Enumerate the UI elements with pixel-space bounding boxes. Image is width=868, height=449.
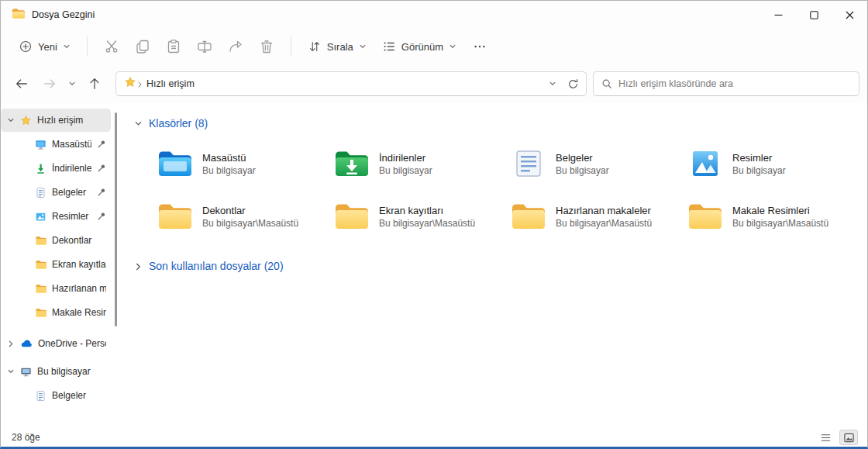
close-button[interactable] [832,1,867,29]
search-input[interactable] [618,78,851,89]
paste-button[interactable] [159,33,188,60]
more-button[interactable] [465,33,494,60]
up-button[interactable] [81,71,108,96]
folder-name: İndirilenler [379,152,432,164]
back-button[interactable] [9,71,35,96]
sidebar-item-label: Ekran kayıtları [52,259,106,270]
onedrive-icon [20,337,33,350]
chevron-down-icon [449,43,456,50]
sidebar-item-label: Resimler [52,211,91,222]
folder-tile-desktop[interactable]: Masaüstü Bu bilgisayar [156,143,332,184]
chevron-right-icon [134,262,143,271]
refresh-icon [567,78,579,90]
sort-icon [308,40,322,54]
sort-button[interactable]: Sırala [301,34,374,59]
quick-access-star-icon[interactable] [124,76,136,92]
sidebar-item-ekran-kayitlari[interactable]: Ekran kayıtları [1,253,111,276]
title-left: Dosya Gezgini [1,8,95,22]
view-toggles [816,430,858,445]
search-box[interactable] [593,71,859,96]
chevron-down-icon [68,80,76,88]
pictures-icon [35,211,46,223]
sidebar-item-desktop[interactable]: Masaüstü [1,133,111,156]
sidebar-item-documents[interactable]: Belgeler [1,181,111,204]
sidebar-item-hazirlanan-makaleler[interactable]: Hazırlanan makaleler [1,277,111,300]
folder-location: Bu bilgisayar [732,165,786,176]
folder-tile-dekontlar[interactable]: Dekontlar Bu bilgisayar\Masaüstü [156,196,332,237]
folder-icon [35,307,46,319]
folder-tile-pictures[interactable]: Resimler Bu bilgisayar [686,143,863,184]
chevron-down-icon [359,43,367,50]
share-button[interactable] [221,33,250,60]
folder-tile-hazirlanan-makaleler[interactable]: Hazırlanan makaleler Bu bilgisayar\Masaü… [509,196,686,237]
folder-tile-text: Makale Resimleri Bu bilgisayar\Masaüstü [732,205,828,229]
folder-icon [687,202,723,231]
address-dropdown-button[interactable] [542,74,563,94]
sidebar-scrollbar[interactable] [115,112,117,326]
sidebar-item-makale-resimleri[interactable]: Makale Resimleri [1,301,111,324]
copy-button[interactable] [128,33,157,60]
pin-icon [97,140,106,149]
details-view-button[interactable] [816,430,835,445]
maximize-button[interactable] [796,1,832,29]
view-icon [382,40,396,54]
folder-name: Ekran kayıtları [379,205,475,216]
toolbar: Yeni Sırala Görünüm [1,29,867,64]
view-button[interactable]: Görünüm [375,34,463,59]
sidebar-item-this-pc[interactable]: Bu bilgisayar [1,360,111,383]
back-icon [15,77,29,91]
folder-tile-downloads[interactable]: İndirilenler Bu bilgisayar [332,143,509,184]
recent-locations-button[interactable] [64,71,80,96]
copy-icon [135,39,150,54]
star-icon [20,115,32,126]
folder-tile-text: Resimler Bu bilgisayar [732,152,786,176]
sidebar-item-label: İndirilenler [52,163,91,174]
chevron-right-icon[interactable] [7,340,15,347]
address-bar[interactable]: Hızlı erişim [115,71,587,96]
sidebar-item-this-pc-documents[interactable]: Belgeler [1,384,111,407]
chevron-down-icon [63,43,71,50]
breadcrumb-chevron-icon[interactable] [136,81,143,88]
folders-section-header[interactable]: Klasörler (8) [133,114,209,133]
folder-icon [511,202,546,231]
this-pc-icon [20,366,32,378]
sidebar-item-onedrive[interactable]: OneDrive - Personal [1,332,111,355]
new-button[interactable]: Yeni [12,34,78,59]
folder-tile-ekran-kayitlari[interactable]: Ekran kayıtları Bu bilgisayar\Masaüstü [332,196,509,237]
refresh-button[interactable] [563,74,583,94]
folder-tile-text: Masaüstü Bu bilgisayar [202,152,256,176]
chevron-down-icon[interactable] [7,368,15,375]
folder-tile-makale-resimleri[interactable]: Makale Resimleri Bu bilgisayar\Masaüstü [686,196,863,237]
section-title: Son kullanılan dosyalar (20) [149,260,284,272]
desktop-icon [35,139,46,150]
thumbnails-view-button[interactable] [839,430,858,445]
thumbnails-view-icon [843,432,855,444]
sidebar-item-quick-access[interactable]: Hızlı erişim [1,109,111,132]
folder-tile-documents[interactable]: Belgeler Bu bilgisayar [509,143,686,184]
navigation-bar: Hızlı erişim [1,64,867,103]
paste-icon [166,39,181,54]
documents-icon [35,390,46,402]
sort-button-label: Sırala [327,41,353,53]
window-body: Hızlı erişim Masaüstü İndirilenler Belge… [1,103,867,428]
chevron-down-icon[interactable] [7,116,15,124]
recent-files-section-header[interactable]: Son kullanılan dosyalar (20) [133,257,285,275]
minimize-button[interactable] [760,1,796,29]
sidebar-item-downloads[interactable]: İndirilenler [1,157,111,180]
cut-button[interactable] [97,33,126,60]
maximize-icon [810,11,818,19]
documents-folder-icon [511,149,546,178]
folder-tile-text: Belgeler Bu bilgisayar [556,152,609,176]
forward-button[interactable] [36,71,63,96]
breadcrumb-item[interactable]: Hızlı erişim [143,76,198,92]
folder-name: Hazırlanan makaleler [556,205,652,216]
rename-icon [197,39,212,54]
rename-button[interactable] [190,33,219,60]
sidebar-item-pictures[interactable]: Resimler [1,205,111,228]
section-title: Klasörler (8) [149,117,208,130]
sidebar-item-dekontlar[interactable]: Dekontlar [1,229,111,252]
sidebar-item-label: Belgeler [52,390,106,401]
downloads-icon [35,163,46,174]
delete-button[interactable] [252,33,281,60]
sidebar-item-label: Bu bilgisayar [37,366,106,377]
